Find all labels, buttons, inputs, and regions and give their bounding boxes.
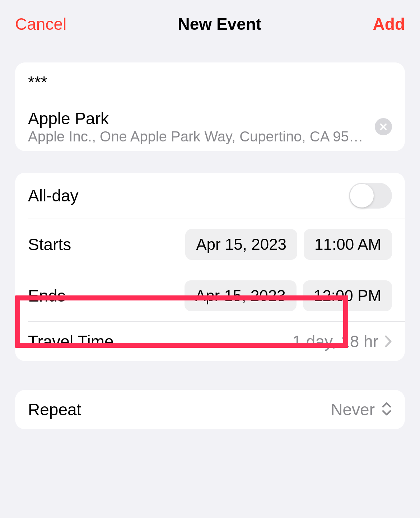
starts-time-button[interactable]: 11:00 AM xyxy=(304,229,392,260)
new-event-sheet: Cancel New Event Add Apple Park Apple In… xyxy=(0,0,420,518)
toggle-knob xyxy=(350,184,374,207)
close-icon xyxy=(379,123,387,131)
title-row[interactable] xyxy=(15,62,405,102)
chevron-right-icon xyxy=(385,335,392,347)
add-button[interactable]: Add xyxy=(373,14,405,34)
cancel-button[interactable]: Cancel xyxy=(15,14,66,34)
ends-time-button[interactable]: 12:00 PM xyxy=(303,280,392,311)
ends-label: Ends xyxy=(28,286,185,305)
location-name: Apple Park xyxy=(28,109,368,129)
repeat-group: Repeat Never xyxy=(15,390,405,429)
location-address: Apple Inc., One Apple Park Way, Cupertin… xyxy=(28,129,368,145)
repeat-value: Never xyxy=(331,400,375,419)
title-location-group: Apple Park Apple Inc., One Apple Park Wa… xyxy=(15,62,405,151)
repeat-label: Repeat xyxy=(28,400,331,419)
travel-time-label: Travel Time xyxy=(28,332,292,351)
allday-toggle[interactable] xyxy=(349,183,392,209)
nav-bar: Cancel New Event Add xyxy=(0,4,420,48)
ends-row: Ends Apr 15, 2023 12:00 PM xyxy=(15,270,405,321)
starts-label: Starts xyxy=(28,235,185,254)
starts-row: Starts Apr 15, 2023 11:00 AM xyxy=(15,219,405,270)
starts-date-button[interactable]: Apr 15, 2023 xyxy=(185,229,297,260)
travel-time-value: 1 day, 18 hr xyxy=(292,332,378,351)
datetime-group: All-day Starts Apr 15, 2023 11:00 AM End… xyxy=(15,173,405,361)
sheet-title: New Event xyxy=(178,14,262,34)
travel-time-row[interactable]: Travel Time 1 day, 18 hr xyxy=(15,322,405,361)
updown-icon xyxy=(381,401,392,418)
event-title-input[interactable] xyxy=(28,73,392,92)
ends-date-button[interactable]: Apr 15, 2023 xyxy=(185,280,297,311)
clear-location-button[interactable] xyxy=(375,118,392,135)
repeat-row[interactable]: Repeat Never xyxy=(15,390,405,429)
allday-row: All-day xyxy=(15,173,405,219)
allday-label: All-day xyxy=(28,186,349,205)
location-row[interactable]: Apple Park Apple Inc., One Apple Park Wa… xyxy=(15,102,405,151)
